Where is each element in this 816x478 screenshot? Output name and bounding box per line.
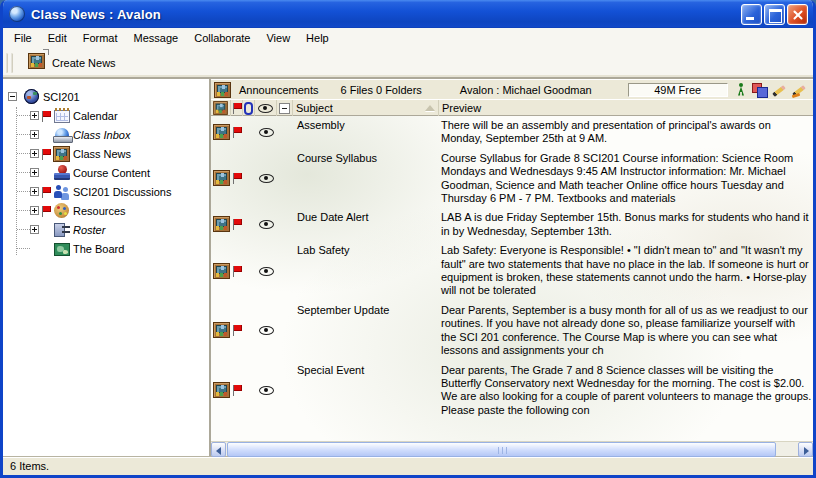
collapse-all-button[interactable] [277,100,293,116]
message-list-pane: Announcements 6 Files 0 Folders Avalon :… [211,79,813,456]
column-preview[interactable]: Preview [439,100,813,116]
menu-item[interactable]: View [258,29,298,47]
tree-item-icon [54,165,70,180]
news-board-icon [28,53,45,69]
sort-ascending-icon [425,105,435,111]
expand-toggle-icon[interactable] [30,206,39,215]
tree-item[interactable]: Class News [3,144,209,163]
collapse-icon [279,103,290,114]
column-unread[interactable] [255,100,277,116]
column-item-icon[interactable] [211,100,231,116]
file-folder-counts: 6 Files 0 Folders [341,84,422,96]
menu-item[interactable]: Help [298,29,337,47]
menu-item[interactable]: Format [75,29,126,47]
tree-item[interactable]: Resources [3,201,209,220]
close-button[interactable] [787,4,808,25]
tree-item-label: Class Inbox [73,129,130,141]
message-subject[interactable]: Special Event [293,363,439,377]
expand-toggle-icon[interactable] [30,149,39,158]
pencil-icon[interactable] [772,83,787,97]
tree-item-label: Resources [73,205,126,217]
unread-eye-icon [258,103,273,113]
message-row[interactable]: Due Date Alert LAB A is due Friday Septe… [211,208,813,241]
menu-item[interactable]: File [6,29,40,47]
overlapping-windows-icon[interactable] [751,83,767,97]
horizontal-scrollbar[interactable] [211,441,813,456]
toolbar-grip[interactable] [10,53,13,73]
tree-root-sci201[interactable]: SCI201 [3,87,209,106]
person-icon[interactable] [736,83,746,97]
message-subject[interactable]: Lab Safety [293,243,439,257]
tree-item[interactable]: Roster [3,220,209,239]
tree-item-label: Roster [73,224,105,236]
tree-item-label: Course Content [73,167,150,179]
expand-toggle-icon[interactable] [30,187,39,196]
status-text: 6 Items. [10,460,49,472]
folder-tree-pane: SCI201 Calendar Class Inbox [3,79,209,456]
create-news-label: Create News [52,57,116,69]
app-globe-icon [9,6,25,22]
menu-item[interactable]: Message [126,29,187,47]
unread-eye-icon [259,219,274,229]
news-item-icon [213,170,230,186]
scrollbar-thumb[interactable] [227,442,776,457]
unread-eye-icon [259,325,274,335]
folder-tree: SCI201 Calendar Class Inbox [3,87,209,258]
toolbar-grip[interactable] [5,53,8,73]
scrollbar-track[interactable] [226,442,798,456]
message-preview: There will be an assembly and presentati… [439,118,813,146]
conference-name: Announcements [239,84,319,96]
column-flag[interactable] [231,100,243,116]
sci201-globe-icon [24,89,39,104]
tree-item[interactable]: Class Inbox [3,125,209,144]
news-item-icon [213,322,230,338]
expand-toggle-icon[interactable] [30,225,39,234]
flag-icon [232,324,242,336]
message-preview: Course Syllabus for Grade 8 SCI201 Cours… [439,151,813,206]
flag-icon [232,172,242,184]
news-item-icon [213,263,230,279]
message-preview: LAB A is due Friday September 15th. Bonu… [439,210,813,238]
message-row[interactable]: Special Event Dear parents, The Grade 7 … [211,361,813,421]
tree-item[interactable]: The Board [3,239,209,258]
signature-pencil-icon[interactable] [792,83,807,97]
minimize-button[interactable] [741,4,762,25]
expand-toggle-icon[interactable] [30,111,39,120]
message-row[interactable]: Lab Safety Lab Safety: Everyone is Respo… [211,241,813,301]
collapse-toggle-icon[interactable] [8,92,17,101]
expand-toggle-icon[interactable] [30,130,39,139]
flag-icon [232,265,242,277]
create-news-button[interactable]: Create News [25,50,123,76]
maximize-button[interactable] [764,4,785,25]
message-row[interactable]: Course Syllabus Course Syllabus for Grad… [211,149,813,209]
unread-eye-icon [259,266,274,276]
message-preview: Dear parents, The Grade 7 and 8 Science … [439,363,813,418]
title-bar[interactable]: Class News : Avalon [3,0,813,28]
app-window: Class News : Avalon File Edit Format Mes… [0,0,816,478]
message-subject[interactable]: Assembly [293,118,439,132]
message-subject[interactable]: September Update [293,303,439,317]
tree-item[interactable]: Calendar [3,106,209,125]
tree-item-icon [54,223,70,236]
scroll-right-button[interactable] [798,442,813,457]
column-attachment[interactable] [243,100,255,116]
free-space-indicator: 49M Free [628,83,728,97]
tree-item-icon [55,128,69,142]
tree-item[interactable]: SCI201 Discussions [3,182,209,201]
tree-item-label: Calendar [73,110,118,122]
column-subject[interactable]: Subject [293,100,439,116]
menu-item[interactable]: Collaborate [186,29,258,47]
message-row[interactable]: September Update Dear Parents, September… [211,301,813,361]
tree-item[interactable]: Course Content [3,163,209,182]
status-bar: 6 Items. [3,456,813,475]
message-subject[interactable]: Course Syllabus [293,151,439,165]
scroll-left-button[interactable] [211,442,226,457]
message-row[interactable]: Assembly There will be an assembly and p… [211,116,813,149]
expand-toggle-icon[interactable] [30,168,39,177]
news-item-icon [213,216,230,232]
menu-item[interactable]: Edit [40,29,75,47]
tree-item-label: Class News [73,148,131,160]
message-subject[interactable]: Due Date Alert [293,210,439,224]
conference-icon [214,82,231,98]
column-header: Subject Preview [211,99,813,116]
